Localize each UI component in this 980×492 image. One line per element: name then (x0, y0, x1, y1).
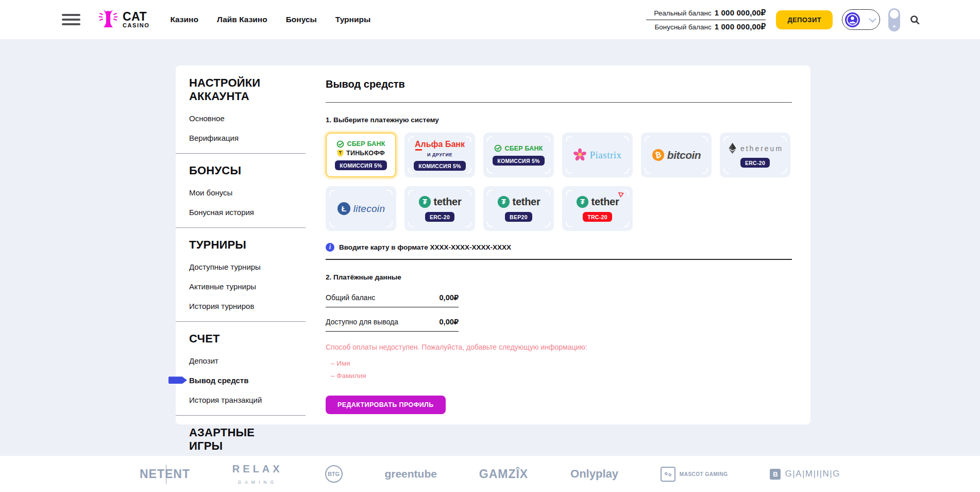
sidebar-item-label: Доступные турниры (189, 263, 261, 271)
sidebar-section-title: БОНУСЫ (176, 164, 306, 177)
sidebar-item[interactable]: Мои бонусы (176, 188, 306, 197)
brand-logo[interactable]: CAT CASINO (98, 8, 149, 31)
sidebar-item-label: История турниров (189, 302, 254, 310)
tile-corner-mark (387, 222, 393, 227)
tile-corner-mark (623, 168, 629, 174)
brand-subname: CASINO (123, 23, 149, 28)
sidebar-item[interactable]: Основное (176, 114, 306, 123)
sber-icon (494, 144, 502, 152)
provider-relax-gaming-logo: RELAXGAMING (232, 464, 283, 485)
commission-badge: КОМИССИЯ 5% (414, 161, 466, 171)
payment-method-tether-trc20[interactable]: ₮tetherTRC-20 (562, 186, 633, 231)
balance-summary-label: Доступно для вывода (326, 318, 398, 326)
tile-corner-mark (408, 222, 414, 227)
provider-name: NETENT (140, 467, 190, 481)
svg-text:Ł: Ł (342, 204, 346, 213)
balance-summary-row: Доступно для вывода0,00₽ (326, 318, 459, 332)
payment-brand-label: tether (592, 196, 619, 208)
provider-name: greentube (384, 468, 437, 480)
divider (326, 102, 792, 103)
payment-method-bitcoin[interactable]: ₿bitcoin (641, 133, 712, 177)
tile-corner-mark (466, 190, 471, 195)
hint-text: Вводите карту в формате XXXX-XXXX-XXXX-X… (339, 243, 511, 251)
provider-mascot-gaming-logo: MASCOT GAMING (661, 467, 728, 482)
payment-method-tether-bep20[interactable]: ₮tetherBEP20 (483, 186, 554, 231)
sidebar-item-label: История транзакций (189, 396, 262, 404)
payment-brand-row: СБЕР БАНК (336, 140, 385, 148)
sidebar-section-title: НАСТРОЙКИ АККАУНТА (176, 76, 306, 103)
tile-corner-mark (702, 136, 708, 142)
tile-corner-mark (466, 168, 471, 174)
provider-name: G|A|M|I|N|G (785, 469, 840, 479)
ethereum-icon (727, 142, 738, 154)
sidebar-item-label: Активные турниры (189, 282, 256, 291)
tile-corner-mark (545, 190, 550, 195)
sidebar-divider (176, 153, 306, 154)
payment-method-ethereum-erc20[interactable]: ethereumERC-20 (720, 133, 790, 177)
payment-method-alfa-bank[interactable]: Альфа БанкИ ДРУГИЕКОМИССИЯ 5% (404, 133, 475, 177)
missing-field-item: Фамилия (326, 372, 792, 380)
balance-summary-value: 0,00₽ (440, 318, 459, 326)
balance-rows: Общий баланс0,00₽Доступно для вывода0,00… (326, 293, 459, 332)
sidebar-item-label: Бонусная история (189, 208, 254, 217)
tile-corner-mark (723, 168, 729, 174)
chevron-down-icon (869, 15, 876, 23)
account-dropdown[interactable] (842, 9, 880, 30)
payment-brand-label: ТИНЬКОФФ (346, 150, 385, 157)
payment-brand-row: Альфа Банк (415, 140, 465, 149)
payment-brand-row: ethereum (727, 142, 783, 154)
nav-item-2[interactable]: Лайв Казино (217, 15, 267, 24)
payment-brand-row: СБЕР БАНК (494, 144, 543, 152)
balance-row: Бонусный баланс1 000 000,00₽ (646, 21, 766, 32)
balance-divider (646, 20, 766, 20)
balance-label: Реальный баланс (654, 9, 711, 17)
tile-corner-mark (723, 136, 729, 142)
payment-brand-row: ₿bitcoin (652, 149, 701, 161)
tile-corner-mark (408, 190, 414, 195)
hamburger-menu-icon[interactable] (62, 14, 80, 25)
payment-method-litecoin[interactable]: Łlitecoin (326, 186, 396, 231)
divider (326, 259, 792, 260)
providers-footer: NETENTRELAXGAMINGBTGgreentubeGAMZÎXOnlyp… (0, 456, 980, 492)
cat-logo-icon (98, 8, 119, 31)
theme-toggle[interactable]: ☀ (888, 8, 900, 31)
card-format-hint: i Вводите карту в формате XXXX-XXXX-XXXX… (326, 243, 792, 252)
tile-corner-mark (623, 190, 629, 195)
payment-method-tether-erc20[interactable]: ₮tetherERC-20 (404, 186, 475, 231)
payment-method-sber-tinkoff[interactable]: СБЕР БАНКТИНЬКОФФКОМИССИЯ 5% (326, 133, 396, 177)
deposit-button[interactable]: ДЕПОЗИТ (776, 10, 833, 29)
payment-brand-label: СБЕР БАНК (504, 145, 543, 152)
tile-corner-mark (566, 136, 571, 142)
bitcoin-icon: ₿ (652, 149, 665, 161)
sidebar-item[interactable]: Бонусная история (176, 208, 306, 217)
sidebar-item[interactable]: Верификация (176, 134, 306, 142)
payment-brand-label: СБЕР БАНК (347, 140, 385, 147)
info-icon: i (326, 243, 334, 252)
provider-name: MASCOT GAMING (680, 471, 728, 477)
search-button[interactable] (909, 14, 920, 25)
sidebar-item[interactable]: Активные турниры (176, 282, 306, 291)
sidebar-item[interactable]: Доступные турниры (176, 263, 306, 271)
nav-item-3[interactable]: Бонусы (286, 15, 317, 24)
sidebar-item-active[interactable]: Вывод средств (176, 376, 306, 385)
nav-item-4[interactable]: Турниры (335, 15, 370, 24)
sidebar-section-title: СЧЕТ (176, 332, 306, 346)
payment-method-sber[interactable]: СБЕР БАНККОМИССИЯ 5% (483, 133, 554, 177)
payment-brand-row: Piastrix (573, 148, 621, 162)
sidebar-item[interactable]: История транзакций (176, 396, 306, 404)
sidebar-item[interactable]: История турниров (176, 302, 306, 310)
nav-item-1[interactable]: Казино (170, 15, 198, 24)
payment-brand-row: ₮tether (418, 195, 462, 208)
page-title: Вывод средств (326, 78, 792, 90)
step2-label: 2. Платёжные данные (326, 273, 792, 281)
tile-corner-mark (781, 136, 787, 142)
payment-method-piastrix[interactable]: Piastrix (562, 133, 633, 177)
sidebar-item[interactable]: Депозит (176, 356, 306, 365)
toggle-knob (890, 10, 899, 19)
edit-profile-button[interactable]: РЕДАКТИРОВАТЬ ПРОФИЛЬ (326, 396, 446, 414)
withdrawal-panel: Вывод средств 1. Выберите платежную сист… (306, 65, 811, 424)
commission-badge: ERC-20 (425, 212, 454, 222)
payment-brand-row: И ДРУГИЕ (427, 151, 452, 157)
balance-block: Реальный баланс1 000 000,00₽Бонусный бал… (646, 7, 766, 32)
payment-brand-label: tether (513, 196, 540, 208)
